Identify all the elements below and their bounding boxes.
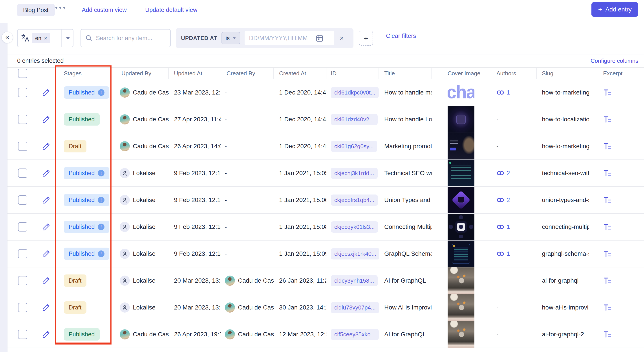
column-header-authors[interactable]: Authors (484, 68, 537, 79)
select-all-checkbox[interactable] (18, 69, 27, 78)
stage-badge[interactable]: Published (64, 194, 109, 206)
stage-badge[interactable]: Published (64, 328, 100, 340)
authors-reference-link[interactable]: 2 (496, 169, 510, 177)
table-row[interactable]: Published Lokalise 9 Feb 2023, 12:14 - 1… (7, 214, 644, 241)
search-input[interactable] (96, 35, 162, 42)
entry-id-chip[interactable]: ckjecnj3k1rdd... (331, 168, 378, 179)
row-checkbox[interactable] (18, 168, 27, 178)
table-row[interactable]: Published Cadu de Cast 23 Mar 2023, 12:2… (7, 79, 644, 106)
column-header-slug[interactable]: Slug (537, 68, 589, 79)
edit-pencil-icon[interactable] (42, 249, 50, 258)
rich-text-icon[interactable] (603, 115, 612, 124)
table-row[interactable]: Published Lokalise 9 Feb 2023, 12:14 - 1… (7, 160, 644, 187)
edit-pencil-icon[interactable] (42, 142, 50, 151)
entry-id-chip[interactable]: cki61dkpc0v0t... (331, 87, 379, 98)
column-header-id[interactable]: ID (326, 68, 379, 79)
column-header-updated-by[interactable]: Updated By (116, 68, 169, 79)
add-filter-button[interactable]: + (359, 31, 373, 46)
column-header-excerpt[interactable]: Excerpt (589, 68, 644, 79)
language-selector[interactable]: en × (17, 29, 74, 47)
column-header-title[interactable]: Title (379, 68, 432, 79)
entry-id-chip[interactable]: ckjecqyk01ls3... (331, 221, 378, 233)
rich-text-icon[interactable] (603, 249, 612, 258)
stage-info-icon[interactable] (98, 170, 104, 177)
entry-id-chip[interactable]: ckjecsxjk1rk40... (331, 248, 379, 259)
stage-badge[interactable]: Published (64, 113, 100, 126)
row-checkbox[interactable] (18, 88, 27, 97)
stage-badge[interactable]: Published (64, 248, 109, 260)
table-row[interactable]: Published Cadu de Cast 26 Apr 2023, 19:1… (7, 321, 644, 348)
rich-text-icon[interactable] (603, 142, 612, 151)
language-chip-en[interactable]: en × (32, 33, 50, 43)
stage-info-icon[interactable] (98, 197, 104, 203)
row-checkbox[interactable] (18, 249, 27, 258)
rich-text-icon[interactable] (603, 223, 612, 231)
rich-text-icon[interactable] (603, 196, 612, 205)
more-menu-icon[interactable] (56, 7, 65, 9)
row-checkbox[interactable] (18, 330, 27, 339)
stage-info-icon[interactable] (98, 224, 104, 230)
table-row[interactable]: Draft Lokalise 20 Mar 2023, 13:2 Cadu de… (7, 294, 644, 321)
edit-pencil-icon[interactable] (42, 223, 50, 231)
entry-id-chip[interactable]: ckjecpfrs1qb4... (331, 195, 378, 206)
entry-id-chip[interactable]: clf5ceey35xko... (331, 329, 379, 340)
configure-columns-link[interactable]: Configure columns (590, 58, 638, 64)
row-checkbox[interactable] (18, 222, 27, 232)
clear-filters-link[interactable]: Clear filters (386, 33, 416, 39)
language-dropdown-caret[interactable] (61, 30, 70, 47)
edit-pencil-icon[interactable] (42, 303, 50, 312)
authors-reference-link[interactable]: 1 (496, 89, 510, 96)
collapse-sidebar-button[interactable] (2, 32, 13, 43)
row-checkbox[interactable] (18, 115, 27, 124)
remove-filter-icon[interactable]: × (340, 34, 344, 42)
calendar-icon[interactable] (316, 34, 324, 42)
rich-text-icon[interactable] (603, 169, 612, 178)
authors-reference-link[interactable]: 2 (496, 197, 510, 204)
column-header-created-by[interactable]: Created By (221, 68, 274, 79)
stage-badge[interactable]: Draft (64, 274, 86, 287)
row-checkbox[interactable] (18, 142, 27, 151)
edit-pencil-icon[interactable] (42, 330, 50, 339)
stage-badge[interactable]: Published (64, 167, 109, 179)
table-row[interactable]: Published Lokalise 9 Feb 2023, 12:14 - 1… (7, 187, 644, 214)
rich-text-icon[interactable] (603, 276, 612, 285)
table-row[interactable]: Published Lokalise 9 Feb 2023, 12:14 - 1… (7, 241, 644, 267)
authors-reference-link[interactable]: 1 (496, 250, 510, 257)
stage-badge[interactable]: Published (64, 86, 109, 99)
edit-pencil-icon[interactable] (42, 276, 50, 285)
stage-info-icon[interactable] (98, 89, 104, 96)
view-chip-blog-post[interactable]: Blog Post (17, 4, 55, 16)
stage-badge[interactable]: Draft (64, 301, 86, 314)
filter-operator-dropdown[interactable]: is (222, 32, 240, 44)
entry-id-chip[interactable]: cldcy3ynh158... (331, 275, 378, 286)
column-header-cover-image[interactable]: Cover Image (432, 68, 484, 79)
rich-text-icon[interactable] (603, 330, 612, 339)
edit-pencil-icon[interactable] (42, 88, 50, 97)
edit-pencil-icon[interactable] (42, 169, 50, 178)
row-checkbox[interactable] (18, 276, 27, 285)
row-checkbox[interactable] (18, 195, 27, 205)
rich-text-icon[interactable] (603, 88, 612, 97)
rich-text-icon[interactable] (603, 303, 612, 312)
edit-pencil-icon[interactable] (42, 196, 50, 205)
column-header-stages[interactable]: Stages (56, 68, 116, 79)
row-checkbox[interactable] (18, 303, 27, 312)
column-header-created-at[interactable]: Created At (274, 68, 326, 79)
table-row[interactable]: Draft Cadu de Cast 26 Apr 2023, 14:0 - 1… (7, 133, 644, 160)
table-row[interactable]: Draft Lokalise 20 Mar 2023, 13:2 Cadu de… (7, 267, 644, 294)
edit-pencil-icon[interactable] (42, 115, 50, 124)
stage-badge[interactable]: Published (64, 221, 109, 233)
stage-info-icon[interactable] (98, 250, 104, 257)
stage-badge[interactable]: Draft (64, 140, 86, 152)
entry-id-chip[interactable]: cki61g62g0sy... (331, 141, 377, 152)
date-filter-input[interactable] (248, 35, 316, 42)
add-entry-button[interactable]: Add entry (592, 2, 638, 17)
update-default-view-link[interactable]: Update default view (145, 7, 197, 14)
remove-language-icon[interactable]: × (44, 35, 47, 42)
add-custom-view-link[interactable]: Add custom view (82, 7, 127, 14)
entry-id-chip[interactable]: cki61dzd40v2... (331, 114, 378, 125)
authors-reference-link[interactable]: 1 (496, 223, 510, 230)
table-row[interactable]: Published Cadu de Cast 27 Apr 2023, 11:4… (7, 106, 644, 133)
entry-id-chip[interactable]: cldiu78vy07p4... (331, 302, 379, 313)
column-header-updated-at[interactable]: Updated At (169, 68, 221, 79)
